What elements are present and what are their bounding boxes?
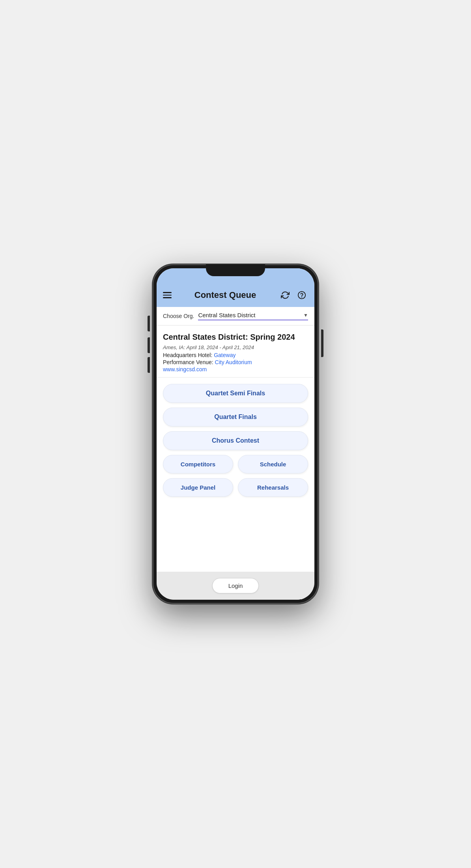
phone-frame: Contest Queue: [153, 264, 318, 604]
event-website[interactable]: www.singcsd.com: [163, 366, 308, 372]
event-venue-label: Performance Venue:: [163, 359, 213, 365]
action-buttons: Quartet Semi Finals Quartet Finals Choru…: [157, 378, 314, 503]
event-hq-label: Headquarters Hotel:: [163, 352, 212, 358]
content-spacer: [157, 503, 314, 572]
menu-icon[interactable]: [163, 292, 172, 298]
org-selector-label: Choose Org.: [163, 313, 194, 319]
help-icon[interactable]: [295, 289, 308, 301]
chevron-down-icon: ▼: [303, 312, 308, 318]
org-select-value: Central States District: [198, 312, 255, 318]
rehearsals-button[interactable]: Rehearsals: [238, 478, 308, 497]
schedule-button[interactable]: Schedule: [238, 455, 308, 473]
app-header: Contest Queue: [157, 286, 314, 307]
quartet-semi-finals-button[interactable]: Quartet Semi Finals: [163, 384, 308, 403]
org-selector-row[interactable]: Choose Org. Central States District ▼: [157, 307, 314, 326]
header-icons: [279, 289, 308, 301]
judge-rehearsal-row: Judge Panel Rehearsals: [163, 478, 308, 497]
quartet-finals-button[interactable]: Quartet Finals: [163, 408, 308, 427]
main-content: Choose Org. Central States District ▼ Ce…: [157, 307, 314, 572]
phone-notch: [206, 264, 265, 276]
org-select-dropdown[interactable]: Central States District ▼: [198, 312, 308, 320]
footer: Login: [157, 572, 314, 600]
chorus-contest-button[interactable]: Chorus Contest: [163, 431, 308, 450]
app-title: Contest Queue: [172, 290, 279, 300]
login-button[interactable]: Login: [212, 578, 259, 593]
event-info: Central States District: Spring 2024 Ame…: [157, 326, 314, 378]
event-title: Central States District: Spring 2024: [163, 332, 308, 342]
event-venue: Performance Venue: City Auditorium: [163, 359, 308, 365]
event-dates: Ames, IA: April 18, 2024 - April 21, 202…: [163, 344, 308, 350]
competitors-button[interactable]: Competitors: [163, 455, 233, 473]
competitors-schedule-row: Competitors Schedule: [163, 455, 308, 473]
judge-panel-button[interactable]: Judge Panel: [163, 478, 233, 497]
event-hq-link[interactable]: Gateway: [214, 352, 236, 358]
phone-screen: Contest Queue: [157, 268, 314, 600]
event-hq: Headquarters Hotel: Gateway: [163, 352, 308, 358]
refresh-icon[interactable]: [279, 289, 292, 301]
event-venue-link[interactable]: City Auditorium: [215, 359, 252, 365]
